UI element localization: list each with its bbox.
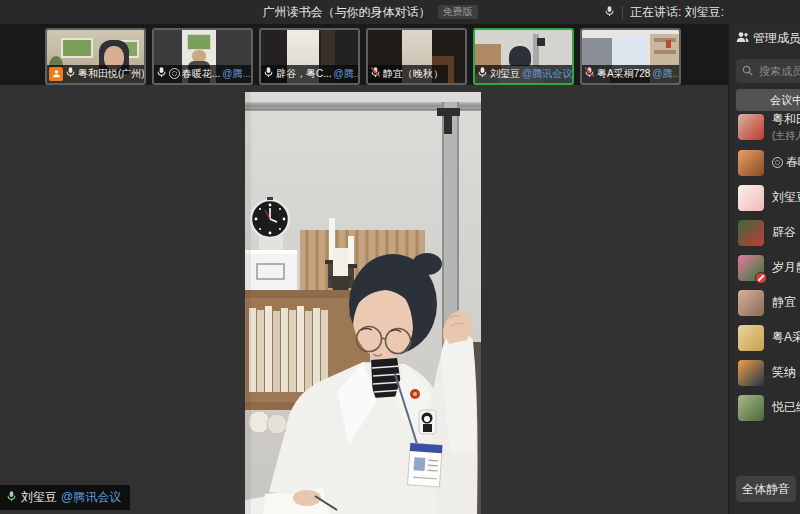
search-input[interactable] bbox=[757, 64, 800, 78]
mic-on-icon bbox=[263, 66, 274, 81]
member-name: 粤和田悦 bbox=[772, 111, 800, 128]
participant-name: 刘玺豆 bbox=[490, 68, 520, 80]
thumbnail-strip: 粤和田悦(广州) 春暖花... @腾... bbox=[0, 24, 728, 85]
speaker-mention: @腾讯会议 bbox=[61, 489, 121, 506]
member-name: 粤A采桐 bbox=[772, 329, 800, 346]
mic-on-icon bbox=[156, 66, 167, 81]
member-row[interactable]: 粤A采桐 bbox=[738, 320, 800, 355]
main-video-content bbox=[245, 92, 481, 514]
mic-active-icon bbox=[6, 490, 17, 505]
mic-on-icon bbox=[477, 66, 488, 81]
participant-thumbnail-active-speaker[interactable]: 刘玺豆 @腾讯会议 bbox=[473, 28, 574, 85]
search-icon bbox=[742, 62, 753, 80]
participant-mention: @腾... bbox=[652, 68, 679, 80]
member-row[interactable]: 辟谷， bbox=[738, 215, 800, 250]
member-row[interactable]: 刘玺豆 bbox=[738, 180, 800, 215]
avatar bbox=[738, 114, 764, 140]
participant-thumbnail[interactable]: 静宜（晚秋） bbox=[366, 28, 467, 85]
member-row[interactable]: 粤和田悦 (主持人 bbox=[738, 109, 800, 144]
mic-on-icon bbox=[65, 66, 76, 81]
participant-name: 辟谷，粤C... bbox=[276, 68, 332, 80]
participant-name: 静宜（晚秋） bbox=[383, 68, 443, 80]
member-row[interactable]: 笑纳 @ bbox=[738, 355, 800, 390]
member-name: 刘玺豆 bbox=[772, 189, 800, 206]
free-version-badge: 免费版 bbox=[438, 5, 478, 19]
member-name: 悦已纳 bbox=[772, 399, 800, 416]
member-name: 笑纳 bbox=[772, 364, 796, 381]
meeting-title: 广州读书会（与你的身体对话） bbox=[263, 4, 431, 21]
participant-name: 春暖花... bbox=[182, 68, 220, 80]
member-row[interactable]: 春暖 bbox=[738, 145, 800, 180]
speaking-status: 正在讲话: 刘玺豆: bbox=[630, 4, 724, 21]
avatar bbox=[738, 290, 764, 316]
mute-all-button[interactable]: 全体静音 bbox=[736, 476, 796, 502]
member-name: 静宜（ bbox=[772, 294, 800, 311]
active-speaker-label: 刘玺豆 @腾讯会议 bbox=[0, 485, 130, 510]
participant-mention: @腾... bbox=[334, 68, 358, 80]
avatar bbox=[738, 185, 764, 211]
participant-thumbnail[interactable]: 粤和田悦(广州) bbox=[45, 28, 146, 85]
divider bbox=[622, 6, 623, 19]
circle-badge-icon bbox=[772, 157, 783, 168]
member-panel-header: 管理成员(9) bbox=[736, 30, 800, 47]
avatar bbox=[738, 150, 764, 176]
participant-name: 粤A采桐728 bbox=[597, 68, 650, 80]
member-row[interactable]: 静宜（ bbox=[738, 285, 800, 320]
participant-mention: @腾... bbox=[222, 68, 251, 80]
member-panel-title: 管理成员(9) bbox=[753, 30, 800, 47]
member-name: 辟谷， bbox=[772, 224, 800, 241]
speaking-status-group: 正在讲话: 刘玺豆: bbox=[604, 0, 724, 24]
participant-name: 粤和田悦(广州) bbox=[78, 68, 144, 80]
member-name: 岁月静 bbox=[772, 259, 800, 276]
participant-thumbnail[interactable]: 辟谷，粤C... @腾... bbox=[259, 28, 360, 85]
avatar bbox=[738, 255, 764, 281]
avatar bbox=[738, 395, 764, 421]
member-row[interactable]: 岁月静 bbox=[738, 250, 800, 285]
meeting-window: 广州读书会（与你的身体对话） 免费版 正在讲话: 刘玺豆: bbox=[0, 0, 800, 514]
mic-muted-icon bbox=[584, 66, 595, 81]
mic-muted-badge bbox=[755, 272, 767, 284]
main-stage: 刘玺豆 @腾讯会议 bbox=[0, 85, 728, 514]
tab-in-meeting-members[interactable]: 会议中 bbox=[736, 89, 800, 111]
main-video bbox=[245, 92, 481, 514]
speaking-user-icon bbox=[49, 67, 63, 81]
circle-badge-icon bbox=[169, 68, 180, 79]
member-role: (主持人 bbox=[772, 129, 800, 143]
speaker-name: 刘玺豆 bbox=[21, 489, 57, 506]
participant-thumbnail[interactable]: 粤A采桐728 @腾... bbox=[580, 28, 681, 85]
avatar bbox=[738, 325, 764, 351]
member-row[interactable]: 悦已纳 bbox=[738, 390, 800, 425]
mic-muted-icon bbox=[370, 66, 381, 81]
member-name: 春暖 bbox=[786, 154, 800, 171]
avatar bbox=[738, 220, 764, 246]
member-search[interactable] bbox=[736, 59, 800, 83]
microphone-icon bbox=[604, 3, 615, 21]
top-bar: 广州读书会（与你的身体对话） 免费版 正在讲话: 刘玺豆: bbox=[0, 0, 800, 24]
participant-mention: @腾讯会议 bbox=[522, 68, 572, 80]
participant-thumbnail[interactable]: 春暖花... @腾... bbox=[152, 28, 253, 85]
members-icon bbox=[736, 31, 749, 46]
avatar bbox=[738, 360, 764, 386]
